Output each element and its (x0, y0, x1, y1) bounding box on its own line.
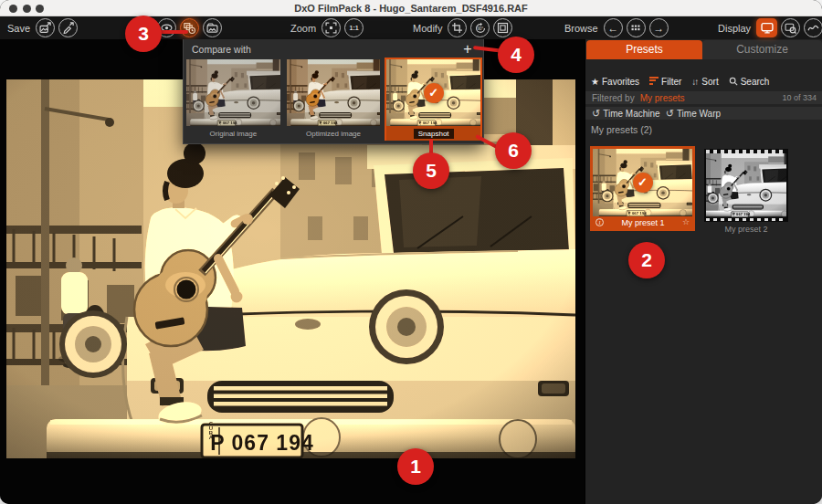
frame-button[interactable] (493, 18, 512, 37)
rotate-90-button[interactable]: 90° (470, 18, 490, 37)
modify-label: Modify (413, 23, 442, 34)
sort-button[interactable]: ↓↑ Sort (691, 77, 718, 87)
tab-presets[interactable]: Presets (586, 40, 702, 59)
sort-label: Sort (701, 77, 718, 87)
contact-sheet-button[interactable] (627, 18, 646, 37)
browse-group: Browse ← → (564, 18, 669, 37)
filter-status-row: Filtered by My presets 10 of 334 (585, 91, 822, 104)
export-to-disk-button[interactable] (36, 18, 55, 37)
display-mode-button[interactable] (756, 18, 777, 37)
sort-arrows-icon: ↓↑ (691, 77, 697, 87)
window-title: DxO FilmPack 8 - Hugo_Santarem_DSF4916.R… (0, 0, 822, 16)
my-presets-section-title: My presets (2) (591, 124, 652, 135)
arrow-right-icon: → (653, 23, 664, 34)
preset-card-1[interactable]: ✓ i My preset 1 ☆ (590, 146, 695, 231)
display-label: Display (718, 23, 751, 34)
display-group: Display (718, 18, 822, 37)
image-magnifier-icon (785, 22, 796, 34)
export-to-application-button[interactable] (58, 18, 78, 37)
callout-2: 2 (628, 242, 665, 278)
original-image-thumbnail (186, 59, 280, 126)
filter-button[interactable]: Filter (649, 77, 681, 87)
search-icon (729, 77, 738, 86)
presets-toolbar: ★ Favorites Filter ↓↑ Sort Search (585, 74, 822, 89)
curves-wave-icon (807, 22, 819, 34)
image-folder-icon (206, 22, 218, 34)
original-image-label: Original image (186, 130, 280, 138)
save-group: Save (7, 18, 78, 37)
favorites-button[interactable]: ★ Favorites (591, 77, 639, 87)
preset-favorite-star-icon[interactable]: ☆ (682, 218, 690, 226)
compare-with-header: Compare with + (184, 39, 483, 58)
zoom-label: Zoom (290, 23, 316, 34)
snapshot-name-field[interactable]: Snapshot (414, 129, 454, 139)
monitor-icon (761, 22, 774, 34)
preset-2-thumbnail (706, 153, 786, 217)
filter-icon (649, 77, 659, 87)
time-machine-button[interactable]: ↺ Time Machine (592, 109, 660, 119)
crop-icon (451, 22, 463, 34)
compare-group (157, 18, 222, 37)
film-perforation-top (706, 150, 786, 153)
zoom-group: Zoom 1:1 (290, 18, 364, 37)
contact-sheet-icon (630, 23, 641, 34)
preset-card-2[interactable] (704, 149, 788, 222)
export-image-icon (39, 22, 51, 34)
callout-5: 5 (413, 152, 449, 189)
preset-count: 10 of 334 (782, 93, 817, 102)
main-toolbar: Save (0, 16, 822, 39)
histogram-button[interactable] (804, 18, 822, 37)
tab-customize[interactable]: Customize (702, 40, 822, 59)
filter-label: Filter (661, 77, 681, 87)
selected-check-icon: ✓ (424, 83, 444, 103)
preset-info-icon[interactable]: i (595, 218, 604, 226)
compare-item-original[interactable]: Original image (186, 59, 280, 141)
time-warp-button[interactable]: ↺ Time Warp (666, 109, 721, 119)
export-edit-icon (62, 22, 74, 34)
optimized-image-thumbnail (287, 59, 381, 126)
modify-group: Modify 90° (413, 18, 512, 37)
search-label: Search (741, 77, 770, 87)
crop-button[interactable] (448, 18, 467, 37)
frame-icon (497, 22, 509, 34)
save-label: Save (7, 23, 30, 34)
filtered-by-value[interactable]: My presets (640, 93, 685, 103)
snapshots-button[interactable] (180, 18, 199, 37)
favorites-label: Favorites (602, 77, 639, 87)
svg-text:90°: 90° (478, 26, 484, 31)
time-tools-row: ↺ Time Machine ↺ Time Warp (585, 107, 822, 120)
titlebar: DxO FilmPack 8 - Hugo_Santarem_DSF4916.R… (0, 0, 822, 16)
time-machine-label: Time Machine (603, 109, 659, 119)
zoom-100-button[interactable]: 1:1 (344, 18, 364, 37)
compare-item-optimized[interactable]: Optimized image (287, 59, 381, 141)
app-window: DxO FilmPack 8 - Hugo_Santarem_DSF4916.R… (0, 0, 822, 504)
compare-item-snapshot[interactable]: ✓ Snapshot (385, 58, 482, 141)
zoom-fit-icon (325, 22, 337, 34)
compare-with-list: Original image Optimized image ✓ Snapsho… (184, 58, 483, 141)
film-perforation-bottom (706, 218, 786, 222)
zoom-fit-button[interactable] (321, 18, 341, 37)
right-panel: Presets Customize ★ Favorites Filter ↓↑ … (585, 39, 822, 504)
optimized-image-label: Optimized image (287, 130, 381, 138)
favorites-star-icon: ★ (591, 77, 599, 87)
compare-with-title: Compare with (192, 44, 251, 55)
callout-6: 6 (495, 132, 532, 169)
previous-image-button[interactable]: ← (604, 18, 623, 37)
preset-1-label: My preset 1 (621, 218, 664, 227)
preset-2-label: My preset 2 (704, 225, 788, 234)
snapshot-footer: Snapshot (386, 126, 480, 141)
time-warp-icon: ↺ (666, 109, 674, 119)
loupe-button[interactable] (781, 18, 800, 37)
time-machine-icon: ↺ (592, 109, 600, 119)
selected-check-icon: ✓ (633, 173, 653, 193)
search-button[interactable]: Search (729, 77, 770, 87)
preset-1-thumbnail: ✓ (593, 149, 692, 216)
compare-with-panel: Compare with + Original image Optimized … (183, 39, 484, 144)
callout-3: 3 (125, 16, 162, 52)
callout-1: 1 (397, 448, 434, 485)
snapshot-thumbnail: ✓ (386, 59, 480, 126)
rotate-90-icon: 90° (474, 22, 487, 35)
next-image-button[interactable]: → (649, 18, 669, 37)
lightbox-button[interactable] (203, 18, 222, 37)
arrow-left-icon: ← (607, 23, 618, 34)
